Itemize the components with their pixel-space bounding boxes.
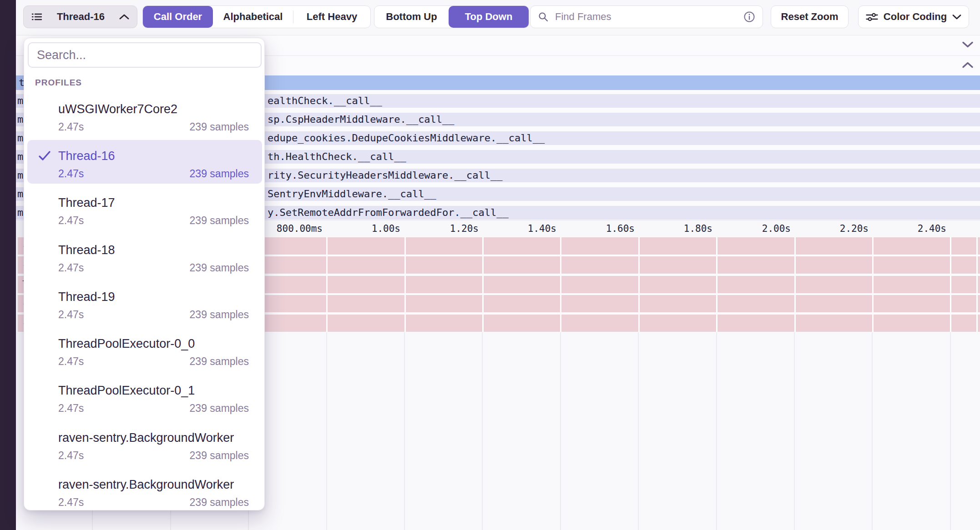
profile-item[interactable]: uWSGIWorker7Core2 2.47s239 samples	[24, 98, 265, 136]
reset-zoom-button[interactable]: Reset Zoom	[771, 5, 849, 28]
profile-samples: 239 samples	[190, 120, 249, 134]
frame-label: sp.CspHeaderMiddleware.__call__	[268, 113, 455, 126]
profile-duration: 2.47s	[58, 215, 84, 226]
profile-duration: 2.47s	[58, 262, 84, 274]
axis-tick-label: 2.00s	[713, 220, 791, 237]
find-frames-text-field[interactable]	[554, 10, 738, 23]
profile-name: raven-sentry.BackgroundWorker	[58, 427, 265, 449]
check-icon	[38, 150, 51, 164]
profile-item-selected[interactable]: Thread-16 2.47s239 samples	[24, 145, 265, 183]
profile-item[interactable]: ThreadPoolExecutor-0_1 2.47s239 samples	[24, 380, 265, 418]
gridline	[976, 237, 978, 332]
profile-name: uWSGIWorker7Core2	[58, 98, 265, 120]
axis-tick-label: 1.40s	[479, 220, 556, 237]
frame-label: SentryEnvMiddleware.__call__	[268, 187, 436, 201]
thread-selector-button[interactable]: Thread-16	[23, 5, 137, 28]
profile-samples: 239 samples	[190, 214, 249, 227]
profile-name: Thread-18	[58, 239, 265, 261]
profile-duration: 2.47s	[58, 309, 84, 320]
profile-item[interactable]: raven-sentry.BackgroundWorker 2.47s239 s…	[24, 474, 265, 512]
profile-name: Thread-16	[58, 145, 265, 167]
axis-tick-label: 1.60s	[557, 220, 635, 237]
find-frames-input[interactable]	[530, 5, 763, 28]
frame-text-fragment: m	[17, 113, 23, 126]
thread-selector-label: Thread-16	[57, 11, 105, 23]
frame-label: ealthCheck.__call__	[268, 94, 382, 108]
frame-text-fragment: m	[17, 150, 23, 164]
axis-tick-label: 1.80s	[635, 220, 712, 237]
axis-tick-label: 2.40s	[869, 220, 946, 237]
frame-text-fragment: m	[17, 94, 23, 108]
app-sidebar-strip	[0, 0, 16, 530]
profile-name: Thread-17	[58, 192, 265, 214]
frame-label: th.HealthCheck.__call__	[268, 150, 406, 164]
profile-duration: 2.47s	[58, 168, 84, 180]
view-option-top-down[interactable]: Top Down	[449, 6, 529, 28]
thread-search-box[interactable]	[28, 42, 262, 68]
sort-option-left-heavy[interactable]: Left Heavy	[293, 6, 370, 28]
sort-order-control: Call Order Alphabetical Left Heavy	[142, 5, 371, 28]
profile-item[interactable]: raven-sentry.BackgroundWorker 2.47s239 s…	[24, 427, 265, 465]
search-icon	[538, 11, 549, 22]
profile-name: ThreadPoolExecutor-0_0	[58, 333, 265, 355]
profiles-section-label: PROFILES	[35, 78, 82, 88]
chevron-down-icon[interactable]	[962, 41, 974, 50]
profile-samples: 239 samples	[190, 449, 249, 462]
frame-text-fragment: m	[17, 169, 23, 182]
frame-text-fragment: m	[17, 131, 23, 145]
profile-name: ThreadPoolExecutor-0_1	[58, 380, 265, 401]
profile-item[interactable]: Thread-17 2.47s239 samples	[24, 192, 265, 230]
sort-option-call-order[interactable]: Call Order	[143, 6, 213, 28]
frame-label: rity.SecurityHeadersMiddleware.__call__	[268, 169, 503, 182]
profile-duration: 2.47s	[58, 402, 84, 414]
chevron-up-icon	[119, 14, 130, 20]
axis-tick-label: 1.00s	[323, 220, 400, 237]
list-icon	[31, 11, 43, 23]
thread-dropdown-panel: PROFILES uWSGIWorker7Core2 2.47s239 samp…	[24, 38, 265, 510]
profile-samples: 239 samples	[190, 355, 249, 368]
profile-samples: 239 samples	[190, 495, 249, 509]
profile-item[interactable]: Thread-19 2.47s239 samples	[24, 286, 265, 324]
profile-duration: 2.47s	[58, 496, 84, 508]
profile-samples: 239 samples	[190, 167, 249, 180]
frame-label: edupe_cookies.DedupeCookiesMiddleware.__…	[268, 131, 545, 145]
profile-name: Thread-19	[58, 286, 265, 308]
thread-search-input[interactable]	[36, 48, 253, 63]
profile-duration: 2.47s	[58, 121, 84, 133]
profile-item[interactable]: Thread-18 2.47s239 samples	[24, 239, 265, 277]
profile-item[interactable]: ThreadPoolExecutor-0_0 2.47s239 samples	[24, 333, 265, 371]
view-option-bottom-up[interactable]: Bottom Up	[374, 6, 449, 28]
color-coding-label: Color Coding	[884, 11, 947, 23]
profiling-flamegraph-screen: t m ealthCheck.__call__ m sp.CspHeaderMi…	[0, 0, 980, 530]
profile-samples: 239 samples	[190, 261, 249, 275]
profile-samples: 239 samples	[190, 401, 249, 415]
profile-samples: 239 samples	[190, 308, 249, 321]
frame-text-fragment: m	[17, 187, 23, 201]
view-direction-control: Bottom Up Top Down	[374, 5, 529, 28]
toolbar: Thread-16 Call Order Alphabetical Left H…	[0, 0, 980, 35]
color-coding-button[interactable]: Color Coding	[858, 5, 969, 28]
chevron-up-icon[interactable]	[962, 61, 974, 70]
axis-tick-label: 1.20s	[401, 220, 479, 237]
sliders-icon	[866, 12, 878, 22]
frame-text-fragment: m	[17, 206, 23, 220]
frame-label: y.SetRemoteAddrFromForwardedFor.__call__	[268, 206, 509, 220]
chevron-down-icon	[952, 14, 961, 20]
info-icon[interactable]	[743, 11, 755, 23]
profile-name: raven-sentry.BackgroundWorker	[58, 474, 265, 495]
profile-duration: 2.47s	[58, 355, 84, 367]
axis-tick-label: 2.20s	[791, 220, 869, 237]
profile-duration: 2.47s	[58, 450, 84, 461]
sort-option-alphabetical[interactable]: Alphabetical	[213, 6, 293, 28]
